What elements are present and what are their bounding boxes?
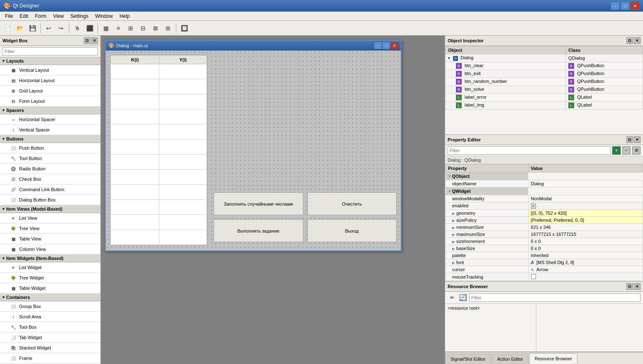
toolbar-preview[interactable]: 🔲 <box>178 22 190 34</box>
obj-row-label-img[interactable]: L label_img L QLabel <box>446 102 643 109</box>
widget-list-view[interactable]: ≡ List View <box>0 213 100 223</box>
widget-radio-button[interactable]: 🔘 Radio Button <box>0 164 100 174</box>
widget-tool-box[interactable]: 🔧 Tool Box <box>0 322 100 332</box>
resource-browser-close-btn[interactable]: ✕ <box>634 283 641 290</box>
widget-table-view[interactable]: ▦ Table View <box>0 234 100 244</box>
category-item-views[interactable]: ▾ Item Views (Model-Based) <box>0 205 100 213</box>
obj-row-label-error[interactable]: L label_error L QLabel <box>446 94 643 102</box>
prop-maximumsize-value[interactable]: 16777215 x 16777215 <box>528 231 643 238</box>
menu-help[interactable]: Help <box>116 12 133 20</box>
property-options-btn[interactable]: ⚙ <box>632 146 641 155</box>
toolbar-layout1[interactable]: ▦ <box>100 22 112 34</box>
mousetracking-checkbox[interactable] <box>531 274 536 279</box>
widget-filter-input[interactable] <box>2 47 98 56</box>
prop-mousetracking-value[interactable] <box>528 273 643 281</box>
toolbar-layout3[interactable]: ⊞ <box>125 22 136 34</box>
minimize-button[interactable]: − <box>611 2 620 10</box>
category-spacers[interactable]: ▾ Spacers <box>0 107 100 114</box>
designer-window-minimize[interactable]: − <box>374 42 382 49</box>
prop-row-minimumsize[interactable]: ▶ minimumSize 621 x 346 <box>446 223 643 231</box>
widget-tab-widget[interactable]: 📑 Tab Widget <box>0 332 100 343</box>
menu-file[interactable]: File <box>2 12 16 20</box>
widget-horizontal-spacer[interactable]: ↔ Horizontal Spacer <box>0 114 100 125</box>
prop-row-basesize[interactable]: ▶ baseSize 0 x 0 <box>446 245 643 252</box>
prop-sizepolicy-value[interactable]: [Preferred, Preferred, 0, 0] <box>528 216 643 223</box>
prop-row-mousetracking[interactable]: mouseTracking <box>446 273 643 281</box>
toolbar-save[interactable]: 💾 <box>27 22 38 34</box>
prop-sizeincrement-value[interactable]: 0 x 0 <box>528 238 643 245</box>
prop-row-sizepolicy[interactable]: ▶ sizePolicy [Preferred, Preferred, 0, 0… <box>446 216 643 223</box>
widget-dialog-button-box[interactable]: ⬜ Dialog Button Box <box>0 195 100 205</box>
resource-refresh-btn[interactable]: 🔄 <box>458 293 468 302</box>
prop-row-windowmodality[interactable]: windowModality NonModal <box>446 195 643 202</box>
widget-horizontal-layout[interactable]: ▤ Horizontal Layout <box>0 75 100 86</box>
toolbar-layout4[interactable]: ⊟ <box>137 22 149 34</box>
widget-grid-layout[interactable]: ⊞ Grid Layout <box>0 86 100 96</box>
tab-signal-slot[interactable]: Signal/Slot Editor <box>445 354 491 364</box>
widget-command-link-button[interactable]: 🔗 Command Link Button <box>0 184 100 195</box>
category-containers[interactable]: ▾ Containers <box>0 294 100 301</box>
widget-box-float-btn[interactable]: ⊡ <box>84 37 90 44</box>
prop-row-sizeincrement[interactable]: ▶ sizeIncrement 0 x 0 <box>446 238 643 245</box>
widget-tree-view[interactable]: 🌳 Tree View <box>0 223 100 234</box>
widget-table-widget[interactable]: ▦ Table Widget <box>0 283 100 294</box>
tab-action-editor[interactable]: Action Editor <box>492 354 528 364</box>
btn-exit[interactable]: Выход <box>307 219 397 242</box>
prop-row-geometry[interactable]: ▶ geometry [(0, 0), 752 x 420] <box>446 209 643 216</box>
designer-window-close[interactable]: ✕ <box>391 42 398 49</box>
prop-group-qobject[interactable]: ▾ QObject <box>446 172 643 180</box>
object-inspector-float-btn[interactable]: ⊡ <box>626 37 633 44</box>
prop-font-value[interactable]: A [MS Shell Dlg 2, 8] <box>528 259 643 266</box>
resource-root-item[interactable]: <resource root> <box>448 306 480 311</box>
prop-palette-value[interactable]: Inherited <box>528 252 643 259</box>
canvas-area[interactable]: 🎨 Dialog - main.ui − □ ✕ K(i) Y(i) <box>101 36 445 364</box>
property-filter-input[interactable] <box>448 146 611 155</box>
tab-resource-browser[interactable]: Resource Browser <box>529 353 577 364</box>
prop-basesize-value[interactable]: 0 x 0 <box>528 245 643 252</box>
prop-minimumsize-value[interactable]: 621 x 346 <box>528 223 643 231</box>
object-inspector-close-btn[interactable]: ✕ <box>634 37 641 44</box>
property-editor-float-btn[interactable]: ⊡ <box>626 136 633 143</box>
resource-browser-float-btn[interactable]: ⊡ <box>626 283 633 290</box>
prop-group-qwidget[interactable]: ▾ QWidget <box>446 187 643 195</box>
toolbar-taborder[interactable]: ⬛ <box>84 22 95 34</box>
widget-column-view[interactable]: ▦ Column View <box>0 244 100 255</box>
prop-row-font[interactable]: ▶ font A [MS Shell Dlg 2, 8] <box>446 259 643 266</box>
widget-box-close-btn[interactable]: ✕ <box>91 37 98 44</box>
menu-window[interactable]: Window <box>92 12 116 20</box>
toolbar-redo[interactable]: ↪ <box>55 22 67 34</box>
property-remove-btn[interactable]: − <box>622 146 631 155</box>
prop-row-enabled[interactable]: enabled ✓ <box>446 202 643 209</box>
prop-row-objectname[interactable]: objectName Dialog <box>446 180 643 187</box>
prop-row-maximumsize[interactable]: ▶ maximumSize 16777215 x 16777215 <box>446 231 643 238</box>
maximize-button[interactable]: □ <box>621 2 630 10</box>
property-editor-close-btn[interactable]: ✕ <box>634 136 641 143</box>
toolbar-open[interactable]: 📂 <box>14 22 26 34</box>
obj-row-btn-exit[interactable]: B btn_exit B QPushButton <box>446 70 643 78</box>
widget-tool-button[interactable]: 🔧 Tool Button <box>0 153 100 164</box>
prop-enabled-value[interactable]: ✓ <box>528 202 643 209</box>
widget-list-widget[interactable]: ≡ List Widget <box>0 262 100 273</box>
menu-settings[interactable]: Settings <box>67 12 92 20</box>
obj-row-btn-random[interactable]: B btn_random_number B QPushButton <box>446 78 643 86</box>
prop-row-cursor[interactable]: cursor ↖ Arrow <box>446 266 643 273</box>
prop-cursor-value[interactable]: ↖ Arrow <box>528 266 643 273</box>
obj-row-btn-clear[interactable]: B btn_clear B QPushButton <box>446 62 643 70</box>
widget-form-layout[interactable]: ⊟ Form Layout <box>0 96 100 107</box>
obj-row-btn-solve[interactable]: B btn_solve B QPushButton <box>446 86 643 94</box>
designer-window-maximize[interactable]: □ <box>382 42 390 49</box>
widget-tree-widget[interactable]: 🌳 Tree Widget <box>0 273 100 283</box>
category-layouts[interactable]: ▾ Layouts <box>0 57 100 65</box>
widget-stacked-widget[interactable]: 📚 Stacked Widget <box>0 343 100 353</box>
enabled-checkbox[interactable]: ✓ <box>531 204 536 209</box>
widget-push-button[interactable]: ⬜ Push Button <box>0 143 100 153</box>
toolbar-undo[interactable]: ↩ <box>43 22 54 34</box>
close-button[interactable]: ✕ <box>631 2 640 10</box>
prop-objectname-value[interactable]: Dialog <box>528 180 643 187</box>
widget-vertical-spacer[interactable]: ↕ Vertical Spacer <box>0 125 100 135</box>
property-add-btn[interactable]: + <box>612 146 621 155</box>
prop-geometry-value[interactable]: [(0, 0), 752 x 420] <box>528 209 643 216</box>
menu-view[interactable]: View <box>50 12 67 20</box>
obj-row-dialog[interactable]: ▾ D Dialog QDialog <box>446 54 643 62</box>
resource-edit-btn[interactable]: ✏ <box>448 293 457 302</box>
